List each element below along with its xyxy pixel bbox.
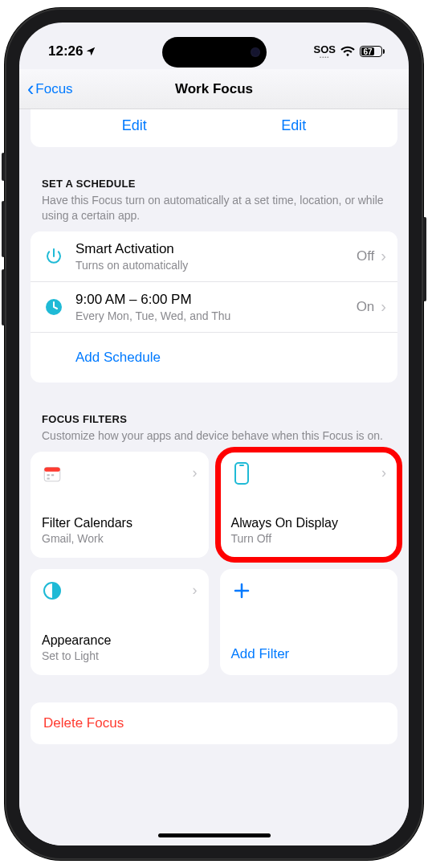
delete-focus-label: Delete Focus: [43, 715, 124, 731]
filter-sub: Gmail, Work: [42, 532, 198, 545]
filter-title: Filter Calendars: [42, 516, 198, 530]
page-title: Work Focus: [175, 81, 253, 97]
filters-grid: › Filter Calendars Gmail, Work ›: [31, 452, 397, 675]
filter-title: Appearance: [42, 633, 198, 648]
svg-rect-3: [47, 474, 50, 476]
plus-icon: [231, 580, 252, 601]
battery-indicator: 67: [360, 46, 385, 57]
clock-icon: [42, 295, 66, 319]
filter-card-add[interactable]: Add Filter: [220, 569, 398, 675]
battery-level: 67: [361, 47, 374, 55]
power-button: [423, 217, 426, 301]
location-icon: [85, 46, 96, 57]
filter-sub: Set to Light: [42, 649, 198, 662]
back-label: Focus: [35, 81, 72, 97]
phone-icon: [231, 463, 252, 484]
camera-dot: [251, 47, 260, 57]
back-button[interactable]: ‹ Focus: [27, 79, 73, 99]
edit-right-button[interactable]: Edit: [281, 117, 306, 134]
add-schedule-label: Add Schedule: [75, 350, 161, 366]
schedule-row-title: 9:00 AM – 6:00 PM: [75, 292, 357, 308]
chevron-right-icon: ›: [193, 465, 198, 481]
edit-left-button[interactable]: Edit: [122, 117, 147, 134]
svg-rect-2: [44, 467, 60, 471]
filter-card-calendars[interactable]: › Filter Calendars Gmail, Work: [31, 452, 209, 558]
sos-indicator: SOS ••••: [314, 44, 336, 59]
chevron-left-icon: ‹: [27, 79, 34, 99]
device-frame: 12:26 SOS •••• 67: [5, 8, 423, 860]
schedule-row-trail: Off: [357, 248, 374, 264]
svg-rect-4: [51, 474, 54, 476]
chevron-right-icon: ›: [193, 582, 198, 599]
content-scroll[interactable]: Edit Edit SET A SCHEDULE Have this Focus…: [19, 109, 409, 845]
schedule-header: SET A SCHEDULE: [31, 178, 397, 193]
filters-header: FOCUS FILTERS: [31, 413, 397, 428]
schedule-row-sub: Turns on automatically: [75, 259, 357, 272]
volume-up: [2, 201, 5, 257]
mute-switch: [2, 153, 5, 181]
nav-bar: ‹ Focus Work Focus: [19, 69, 409, 109]
add-filter-label: Add Filter: [231, 646, 387, 662]
chevron-right-icon: ›: [381, 297, 386, 316]
power-icon: [42, 244, 66, 268]
add-schedule-button[interactable]: Add Schedule: [31, 333, 397, 383]
schedule-subtext: Have this Focus turn on automatically at…: [31, 193, 397, 231]
calendar-icon: [42, 463, 63, 484]
wifi-icon: [340, 46, 355, 57]
top-edit-row: Edit Edit: [31, 109, 397, 147]
screen: 12:26 SOS •••• 67: [19, 23, 409, 845]
status-time: 12:26: [48, 43, 83, 59]
delete-focus-button[interactable]: Delete Focus: [31, 702, 397, 744]
filter-title: Always On Display: [231, 516, 387, 530]
filters-subtext: Customize how your apps and device behav…: [31, 428, 397, 452]
chevron-right-icon: ›: [381, 247, 386, 265]
schedule-list: Smart Activation Turns on automatically …: [31, 231, 397, 383]
filter-card-appearance[interactable]: › Appearance Set to Light: [31, 569, 209, 675]
svg-rect-7: [239, 465, 244, 466]
home-indicator[interactable]: [158, 833, 271, 837]
schedule-row-time[interactable]: 9:00 AM – 6:00 PM Every Mon, Tue, Wed, a…: [31, 282, 397, 333]
chevron-right-icon: ›: [381, 465, 386, 481]
filter-card-always-on-display[interactable]: › Always On Display Turn Off: [220, 452, 398, 558]
schedule-row-title: Smart Activation: [75, 241, 357, 257]
dynamic-island: [162, 37, 267, 68]
filter-sub: Turn Off: [231, 532, 387, 545]
schedule-row-trail: On: [357, 299, 375, 315]
svg-rect-5: [47, 477, 50, 479]
schedule-row-smart-activation[interactable]: Smart Activation Turns on automatically …: [31, 231, 397, 282]
appearance-icon: [42, 580, 63, 601]
volume-down: [2, 269, 5, 326]
schedule-row-sub: Every Mon, Tue, Wed, and Thu: [75, 309, 357, 322]
